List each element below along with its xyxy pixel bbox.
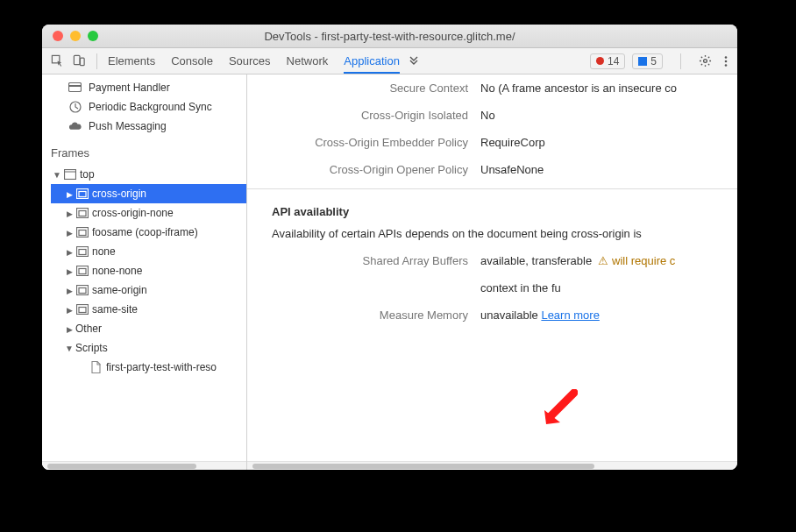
close-window-button[interactable] [53, 31, 63, 41]
embedded-window-icon [75, 303, 89, 316]
disclosure-triangle-icon[interactable] [65, 266, 74, 276]
error-icon [596, 57, 604, 65]
sidebar-item-label: Payment Handler [89, 82, 170, 94]
svg-rect-21 [79, 269, 86, 274]
tree-item-frame[interactable]: same-site [51, 300, 246, 319]
horizontal-scrollbar[interactable] [247, 461, 737, 470]
error-count: 14 [608, 55, 619, 67]
tree-item-frame[interactable]: none-none [51, 261, 246, 280]
tree-item-frame[interactable]: none [51, 242, 246, 261]
inspect-element-icon[interactable] [51, 54, 64, 67]
zoom-window-button[interactable] [88, 31, 98, 41]
tab-sources[interactable]: Sources [229, 48, 271, 74]
detail-label: Cross-Origin Embedder Policy [247, 136, 480, 149]
tree-item-label: none-none [92, 265, 142, 277]
disclosure-triangle-icon[interactable] [65, 247, 74, 257]
embedded-window-icon [75, 265, 89, 278]
tree-item-label: first-party-test-with-reso [106, 361, 217, 373]
tab-console[interactable]: Console [171, 48, 213, 74]
sidebar-item-background-sync[interactable]: Periodic Background Sync [42, 97, 246, 117]
detail-value: No (A frame ancestor is an insecure co [480, 82, 737, 95]
embedded-window-icon [75, 226, 89, 239]
devtools-toolbar: Elements Console Sources Network Applica… [42, 48, 737, 74]
tree-item-frame[interactable]: cross-origin-none [51, 203, 246, 223]
cloud-icon [68, 120, 82, 133]
tree-item-label: foosame (coop-iframe) [92, 226, 198, 238]
window-title: DevTools - first-party-test-with-resourc… [42, 30, 737, 43]
tree-item-label: Scripts [75, 342, 108, 354]
svg-rect-13 [79, 192, 86, 197]
message-icon [638, 57, 647, 66]
api-availability-heading: API availablity [247, 188, 737, 223]
titlebar: DevTools - first-party-test-with-resourc… [42, 25, 737, 48]
sidebar-item-label: Periodic Background Sync [89, 101, 212, 113]
svg-point-6 [724, 64, 727, 67]
svg-point-4 [724, 56, 727, 59]
tree-item-label: same-origin [92, 284, 147, 296]
tree-item-label: cross-origin [92, 188, 146, 200]
error-count-badge[interactable]: 14 [590, 53, 625, 69]
context-warning-continued: context in the fu [480, 281, 737, 294]
svg-rect-17 [79, 231, 86, 236]
tree-item-label: cross-origin-none [92, 207, 174, 219]
document-icon [89, 361, 103, 374]
svg-rect-7 [69, 83, 82, 92]
tree-item-scripts[interactable]: Scripts [51, 338, 246, 358]
window-icon [63, 168, 76, 181]
minimize-window-button[interactable] [70, 31, 81, 41]
settings-gear-icon[interactable] [699, 54, 712, 67]
application-sidebar: Payment Handler Periodic Background Sync… [42, 74, 247, 470]
tab-network[interactable]: Network [287, 48, 329, 74]
tree-item-label: none [92, 245, 116, 258]
learn-more-link[interactable]: Learn more [541, 309, 599, 322]
message-count-badge[interactable]: 5 [632, 53, 663, 69]
horizontal-scrollbar[interactable] [42, 461, 246, 470]
disclosure-triangle-icon[interactable] [65, 209, 74, 218]
tree-item-label: top [80, 168, 95, 181]
api-availability-description: Availability of certain APIs depends on … [247, 223, 737, 247]
more-tabs-icon[interactable] [409, 54, 419, 67]
tree-item-script-file[interactable]: first-party-test-with-reso [51, 358, 246, 377]
disclosure-triangle-icon[interactable] [53, 170, 61, 180]
disclosure-triangle-icon[interactable] [65, 324, 74, 334]
detail-value: UnsafeNone [480, 163, 737, 176]
svg-rect-15 [79, 211, 86, 216]
message-count: 5 [650, 55, 657, 67]
tree-item-frame[interactable]: foosame (coop-iframe) [51, 223, 246, 242]
device-toggle-icon[interactable] [73, 54, 86, 67]
embedded-window-icon [75, 284, 89, 297]
embedded-window-icon [75, 245, 89, 259]
detail-label: Cross-Origin Opener Policy [247, 163, 480, 176]
detail-label: Cross-Origin Isolated [247, 109, 480, 122]
svg-rect-19 [79, 250, 86, 255]
devtools-window: DevTools - first-party-test-with-resourc… [42, 25, 737, 470]
svg-rect-1 [74, 55, 80, 64]
tree-item-label: same-site [92, 303, 138, 316]
measure-memory-label: Measure Memory [247, 309, 480, 322]
sidebar-item-push-messaging[interactable]: Push Messaging [42, 117, 246, 136]
toolbar-separator [680, 53, 681, 69]
disclosure-triangle-icon[interactable] [65, 305, 74, 315]
warning-icon: will require c [598, 254, 675, 267]
tree-item-frame[interactable]: cross-origin [51, 184, 246, 203]
tab-application[interactable]: Application [344, 48, 400, 74]
shared-array-buffers-value: available, transferable will require c [480, 254, 737, 267]
svg-rect-25 [79, 308, 86, 313]
toolbar-separator [96, 53, 97, 69]
tree-item-top[interactable]: top [51, 165, 246, 184]
tree-item-other[interactable]: Other [51, 319, 246, 338]
tab-elements[interactable]: Elements [108, 48, 155, 74]
disclosure-triangle-icon[interactable] [65, 286, 74, 295]
disclosure-triangle-icon[interactable] [65, 344, 74, 353]
panel-tabs: Elements Console Sources Network Applica… [108, 48, 400, 74]
shared-array-buffers-label: Shared Array Buffers [247, 254, 480, 267]
clock-icon [68, 101, 82, 114]
tree-item-label: Other [75, 323, 102, 335]
sidebar-item-payment-handler[interactable]: Payment Handler [42, 78, 246, 97]
disclosure-triangle-icon[interactable] [65, 228, 74, 238]
tree-item-frame[interactable]: same-origin [51, 280, 246, 300]
disclosure-triangle-icon[interactable] [65, 189, 74, 199]
svg-point-3 [704, 60, 707, 63]
embedded-window-icon [75, 207, 89, 220]
kebab-menu-icon[interactable] [719, 54, 732, 67]
